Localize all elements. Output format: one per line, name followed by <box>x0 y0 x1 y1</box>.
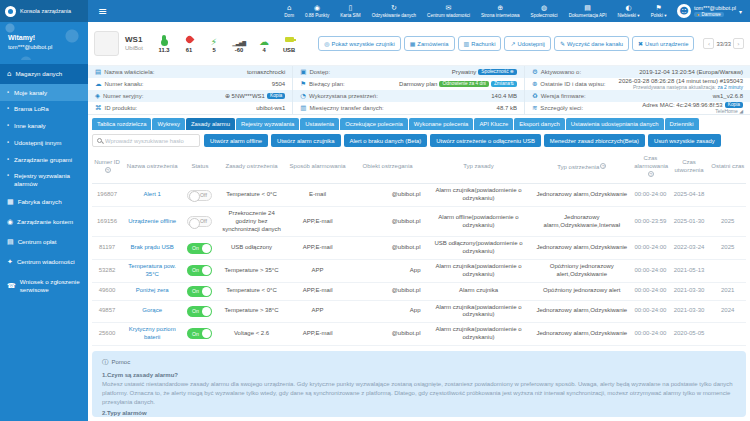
user-menu[interactable]: ☻ tom***@ubibot.pl Darmowe ▾ <box>672 4 750 18</box>
tab-eksport-danych[interactable]: Eksport danych <box>514 118 565 130</box>
topnav-item[interactable]: ↻ Odzyskiwanie danych <box>366 0 421 22</box>
sidebar-sub-item[interactable]: Inne kanały <box>0 118 88 135</box>
card-action-button[interactable]: ✖Usuń urządzenie <box>632 36 695 51</box>
detail-value: tomaszchrocki <box>247 69 285 76</box>
detail-label: Ostatnie ID i data wpisu: <box>540 81 605 87</box>
info-icon[interactable]: ? <box>105 167 111 173</box>
community-badge[interactable]: Społeczność ⊕ <box>478 69 517 76</box>
tab-wykresy[interactable]: Wykresy <box>152 118 185 130</box>
topnav-item[interactable]: ◉ 0.88 Punkty <box>299 0 334 22</box>
topnav-item[interactable]: ◍ Społeczności <box>525 0 563 22</box>
cell-rule: Temperature > 38°C <box>218 300 286 323</box>
cell-created: 2021-03-30 <box>669 300 710 323</box>
status-toggle[interactable]: On <box>187 265 212 276</box>
sidebar-sub-item[interactable]: Zarządzanie grupami <box>0 151 88 168</box>
sidebar-section-label: Wniosek o zgłoszenie serwisowe <box>20 278 83 294</box>
toolbar-button[interactable]: Utwórz alarm czujnika <box>271 134 341 147</box>
sidebar-sub-item[interactable]: Udostępnij innym <box>0 134 88 151</box>
detail-value: ws1_v2.6.8 <box>713 93 743 100</box>
card-action-button[interactable]: ✎Wyczyść dane kanału <box>554 36 629 51</box>
prev-device-button[interactable]: ‹ <box>703 38 714 49</box>
topnav-item[interactable]: ▤ Dokumentacja API <box>563 0 612 22</box>
cell-alert-type: Jednorazowy alarm,Odzyskiwanie <box>531 323 632 346</box>
cell-created: 2021-03-30 <box>669 282 710 300</box>
status-toggle[interactable]: Off <box>187 216 212 227</box>
tab-wykonane-polecenia[interactable]: Wykonane polecenia <box>409 118 474 130</box>
topnav-item[interactable]: ◐ Niebieski ▾ <box>612 0 645 22</box>
table-row: 49857 Gorące On Temperature > 38°C APP A… <box>92 300 746 323</box>
detail-cell: ◈ Numer seryjny: ⊕ 5NW***WS1Kopia <box>88 90 293 102</box>
status-toggle[interactable]: On <box>187 243 212 254</box>
toolbar-button[interactable]: Usuń wszystkie zasady <box>648 134 721 147</box>
logo[interactable]: Konsola zarządzania <box>0 0 88 22</box>
sidebar-sub-item[interactable]: Brama LoRa <box>0 101 88 118</box>
tab-ustawienia-udostępniania-danych[interactable]: Ustawienia udostępniania danych <box>566 118 664 130</box>
search-input[interactable] <box>105 138 195 144</box>
tab-zasady-alarmu[interactable]: Zasady alarmu <box>186 118 235 130</box>
help-a1: Możesz ustawić niestandardowe zasady ala… <box>102 380 736 407</box>
cell-name-link[interactable]: Brak prądu USB <box>122 237 182 260</box>
cell-name-link[interactable]: Temperatura pow. 35°C <box>122 259 182 282</box>
cell-status: On <box>182 323 217 346</box>
info-icon[interactable]: ? <box>600 163 606 169</box>
detail-cell: ⚙ Aktywowano o: 2019-12-04 13:20:54 (Eur… <box>525 66 750 78</box>
status-toggle[interactable]: Off <box>187 190 212 201</box>
cell-last-time: 2025 <box>709 206 746 236</box>
tab-rejestry-wyzwalania[interactable]: Rejestry wyzwalania <box>236 118 299 130</box>
topnav-item[interactable]: ▯ Karta SIM <box>335 0 366 22</box>
status-toggle[interactable]: On <box>187 306 212 317</box>
cell-name-link[interactable]: Alert 1 <box>122 184 182 207</box>
topnav-items: ⌂ Dom ◉ 0.88 Punkty ▯ Karta SIM ↻ Odzysk… <box>279 0 672 22</box>
cell-status: Off <box>182 184 217 207</box>
info-icon[interactable]: ? <box>648 171 654 177</box>
next-device-button[interactable]: › <box>733 38 744 49</box>
change-plan-button[interactable]: Zmiana⇅ <box>491 81 517 88</box>
wallet-icon: ▤ <box>7 238 14 246</box>
tab-api-klucze[interactable]: API Klucze <box>474 118 513 130</box>
card-action-button[interactable]: ◎Pokaż wszystkie czujniki <box>318 36 400 51</box>
sidebar-sub-item[interactable]: Rejestry wyzwalania alarmów <box>0 168 88 193</box>
topnav-item[interactable]: ⊕ Strona internetowa <box>476 0 526 22</box>
tab-oczekujące-polecenia[interactable]: Oczekujące polecenia <box>340 118 408 130</box>
status-toggle[interactable]: On <box>187 286 212 297</box>
sidebar-section[interactable]: ▤ Centrum opłat <box>0 232 88 252</box>
detail-label: Wersja firmware: <box>541 93 586 99</box>
card-action-button[interactable]: ▥Rachunki <box>458 36 502 51</box>
cell-rule-type: Alarm czujnika(powiadomienie o odzyskani… <box>426 259 532 282</box>
topnav-label: Karta SIM <box>340 13 360 18</box>
toolbar-button[interactable]: Utwórz ostrzeżenie o odłączeniu USB <box>430 134 541 147</box>
hamburger-icon[interactable]: ≡ <box>98 5 107 18</box>
table-row: 49600 Poniżej zera On Temperature < 0°C … <box>92 282 746 300</box>
status-toggle[interactable]: On <box>187 328 212 339</box>
toolbar-button[interactable]: Utwórz alarm offline <box>204 134 268 147</box>
sidebar-section[interactable]: ▦ Fabryka danych <box>0 192 88 212</box>
toolbar-button[interactable]: Alert o braku danych (Beta) <box>344 134 428 147</box>
toolbar-button[interactable]: Menedżer zasad zbiorczych(Beta) <box>544 134 645 147</box>
copy-button[interactable]: Kopia <box>267 93 285 100</box>
detail-cell: ▥ Miesięczny transfer danych: 48.7 kB <box>293 102 525 114</box>
tab-bar: Tablica rozdzielczaWykresyZasady alarmuR… <box>88 115 750 130</box>
cell-name-link[interactable]: Krytyczny poziom baterii <box>122 323 182 346</box>
sensor-readout: 61 <box>182 35 196 53</box>
sidebar-section[interactable]: ✦ Centrum wiadomości <box>0 252 88 272</box>
sidebar-section-label: Centrum wiadomości <box>17 258 75 266</box>
topnav-item[interactable]: ⌂ Dom <box>279 0 300 22</box>
sidebar-section[interactable]: ☎ Wniosek o zgłoszenie serwisowe <box>0 272 88 300</box>
tab-dzienniki[interactable]: Dzienniki <box>665 118 699 130</box>
cell-name-link[interactable]: Poniżej zera <box>122 282 182 300</box>
sidebar-sub-item[interactable]: Moje kanały <box>0 84 88 101</box>
topnav-item[interactable]: ⚑ Polski ▾ <box>645 0 672 22</box>
sidebar-section[interactable]: ⌂ Magazyn danych <box>0 64 88 84</box>
bills-icon: ▥ <box>464 40 470 47</box>
cell-name-link[interactable]: Gorące <box>122 300 182 323</box>
card-action-button[interactable]: ▦Zamówienia <box>404 36 455 51</box>
sidebar-section[interactable]: ◉ Zarządzanie kontem <box>0 212 88 232</box>
tab-tablica-rozdzielcza[interactable]: Tablica rozdzielcza <box>92 118 151 130</box>
topnav-item[interactable]: ✉ Centrum wiadomości <box>422 0 476 22</box>
card-action-button[interactable]: ↗Udostępnij <box>504 36 550 51</box>
sensor-readout: 11.3 <box>157 35 171 53</box>
temperature-icon <box>162 35 166 45</box>
cell-target: App <box>350 300 426 323</box>
cell-name-link[interactable]: Urządzenie offline <box>122 206 182 236</box>
tab-ustawienia[interactable]: Ustawienia <box>300 118 339 130</box>
